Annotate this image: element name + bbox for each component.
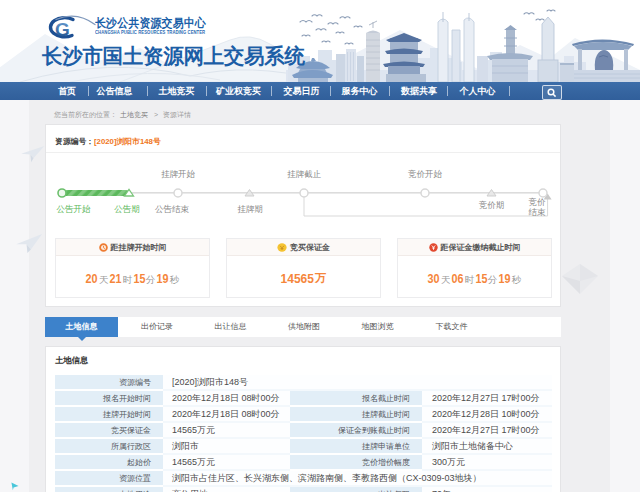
svg-text:公告结束: 公告结束 (155, 204, 190, 214)
svg-text:竞价开始: 竞价开始 (408, 169, 443, 179)
svg-text:竞价期: 竞价期 (479, 200, 505, 210)
svg-text:挂牌开始: 挂牌开始 (161, 169, 196, 179)
svg-text:竞价: 竞价 (529, 197, 547, 207)
svg-text:结束: 结束 (529, 207, 547, 217)
svg-text:公告期: 公告期 (114, 204, 140, 214)
svg-text:公告开始: 公告开始 (57, 204, 92, 214)
svg-text:挂牌期: 挂牌期 (237, 204, 263, 214)
svg-text:挂牌截止: 挂牌截止 (287, 169, 322, 179)
svg-text:G: G (55, 19, 70, 40)
